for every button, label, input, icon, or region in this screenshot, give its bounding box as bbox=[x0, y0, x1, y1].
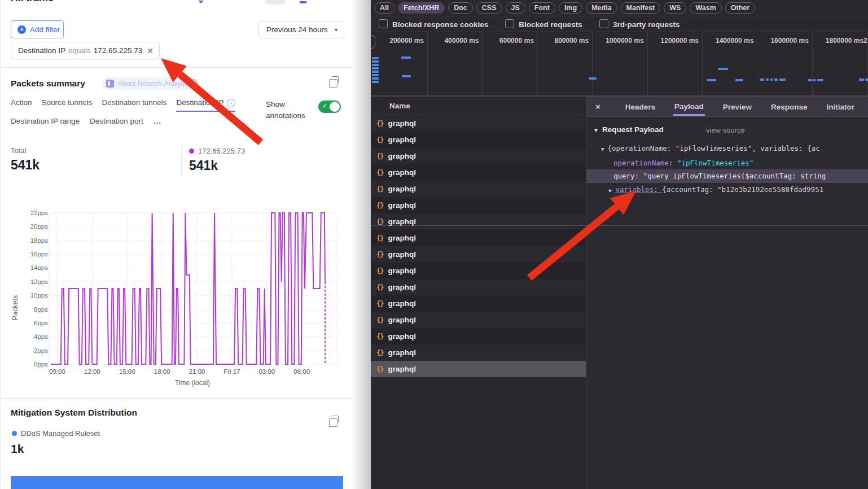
show-annotations-toggle[interactable]: ✓ bbox=[318, 101, 341, 113]
filter-pill-manifest[interactable]: Manifest bbox=[621, 2, 661, 14]
waterfall-request-bar[interactable] bbox=[372, 71, 379, 73]
filter-pill-ws[interactable]: WS bbox=[664, 2, 686, 14]
waterfall-request-bar[interactable] bbox=[589, 77, 597, 80]
tab-destination-ip[interactable]: Destination IP i bbox=[176, 98, 235, 112]
filter-pill-font[interactable]: Font bbox=[529, 2, 555, 14]
waterfall-request-bar[interactable] bbox=[865, 78, 868, 81]
request-filter-checkboxes: Blocked response cookiesBlocked requests… bbox=[371, 16, 868, 32]
waterfall-request-bar[interactable] bbox=[766, 78, 769, 81]
request-row[interactable]: {}graphql bbox=[371, 344, 586, 361]
tab-destination-ip-range[interactable]: Destination IP range bbox=[11, 117, 80, 129]
waterfall-request-bar[interactable] bbox=[735, 79, 743, 81]
waterfall-request-bar[interactable] bbox=[372, 77, 379, 80]
filter-pill-other[interactable]: Other bbox=[725, 2, 755, 14]
waterfall-request-bar[interactable] bbox=[813, 79, 816, 81]
detail-tab-headers[interactable]: Headers bbox=[624, 98, 656, 115]
detail-tab-initiator[interactable]: Initiator bbox=[825, 98, 856, 115]
request-row[interactable]: {}graphql bbox=[371, 279, 586, 295]
waterfall-request-bar[interactable] bbox=[817, 79, 823, 81]
filter-pill-css[interactable]: CSS bbox=[476, 2, 502, 14]
tab-source-tunnels[interactable]: Source tunnels bbox=[42, 98, 93, 112]
detail-tab-response[interactable]: Response bbox=[770, 98, 809, 115]
view-source-link[interactable]: view source bbox=[706, 126, 745, 134]
request-name: graphql bbox=[388, 201, 416, 209]
filter-pill-js[interactable]: JS bbox=[506, 2, 525, 14]
waterfall-request-bar[interactable] bbox=[372, 67, 379, 69]
request-row[interactable]: {}graphql bbox=[371, 181, 586, 197]
svg-text:18:00: 18:00 bbox=[154, 368, 170, 375]
waterfall-request-bar[interactable] bbox=[372, 57, 379, 59]
filter-pill-doc[interactable]: Doc bbox=[448, 2, 473, 14]
add-filter-button[interactable]: + Add filter bbox=[11, 20, 64, 38]
waterfall-request-bar[interactable] bbox=[774, 78, 778, 81]
tab-destination-tunnels[interactable]: Destination tunnels bbox=[102, 98, 167, 112]
close-icon[interactable]: ✕ bbox=[147, 46, 154, 55]
waterfall-request-bar[interactable] bbox=[718, 68, 728, 70]
waterfall-request-bar[interactable] bbox=[760, 78, 764, 81]
copy-panel-icon[interactable] bbox=[329, 79, 337, 88]
ruler-gridline bbox=[702, 32, 703, 95]
waterfall-request-bar[interactable] bbox=[770, 78, 773, 81]
tab-destination-port[interactable]: Destination port bbox=[90, 117, 143, 129]
svg-text:8pps: 8pps bbox=[34, 306, 48, 313]
divider bbox=[1, 67, 353, 68]
filter-pill-media[interactable]: Media bbox=[586, 2, 617, 14]
filter-pill-img[interactable]: Img bbox=[559, 2, 582, 14]
waterfall-request-bar[interactable] bbox=[859, 78, 864, 81]
request-row[interactable]: {}graphql bbox=[371, 230, 586, 246]
detail-tab-payload[interactable]: Payload bbox=[673, 98, 705, 116]
filter-pill-all[interactable]: All bbox=[374, 2, 394, 14]
badge-label: About Network Analytics bbox=[118, 80, 191, 88]
waterfall-request-bar[interactable] bbox=[372, 81, 379, 83]
filter-pill-fetch-xhr[interactable]: Fetch/XHR bbox=[398, 2, 445, 14]
more-tabs-ellipsis[interactable]: ... bbox=[154, 117, 161, 129]
request-payload-header[interactable]: ▼Request Payload bbox=[593, 125, 664, 134]
payload-preview-text: {operationName: "ipFlowTimeseries", vari… bbox=[607, 144, 819, 152]
tab-action[interactable]: Action bbox=[11, 98, 32, 112]
request-row[interactable]: {}graphql bbox=[371, 197, 586, 213]
checkbox-box[interactable] bbox=[599, 19, 608, 28]
filter-pill-wasm[interactable]: Wasm bbox=[690, 2, 721, 14]
waterfall-request-bar[interactable] bbox=[808, 79, 812, 81]
request-name: graphql bbox=[388, 267, 416, 275]
payload-row-query[interactable]: query"query ipFlowTimeseries($accountTag… bbox=[613, 172, 826, 180]
waterfall-request-bar[interactable] bbox=[372, 60, 379, 63]
request-row[interactable]: {}graphql bbox=[371, 361, 586, 377]
request-row[interactable]: {}graphql bbox=[371, 132, 586, 148]
name-column-header[interactable]: Name bbox=[371, 97, 586, 115]
network-overview-timeline[interactable]: 200000 ms400000 ms600000 ms800000 ms1000… bbox=[371, 32, 868, 97]
waterfall-request-bar[interactable] bbox=[401, 56, 411, 59]
time-range-dropdown[interactable]: Previous 24 hours ▾ bbox=[258, 21, 344, 38]
history-clock-icon[interactable] bbox=[188, 78, 198, 89]
waterfall-request-bar[interactable] bbox=[372, 64, 379, 66]
payload-row-variables[interactable]: ▶variables{accountTag: "b12e3b2192ee5588… bbox=[609, 185, 823, 194]
screenshot-root: All traffic + Add filter Previous 24 hou… bbox=[0, 0, 868, 489]
disclosure-triangle-icon: ▼ bbox=[593, 127, 599, 133]
payload-row-operationName[interactable]: operationName"ipFlowTimeseries" bbox=[613, 159, 753, 167]
waterfall-request-bar[interactable] bbox=[779, 78, 786, 81]
request-row[interactable]: {}graphql bbox=[371, 164, 586, 181]
request-row[interactable]: {}graphql bbox=[371, 148, 586, 164]
request-row[interactable]: {}graphql bbox=[371, 312, 586, 328]
detail-tab-preview[interactable]: Preview bbox=[722, 98, 753, 115]
filter-chip[interactable]: Destination IP equals 172.65.225.73 ✕ bbox=[11, 42, 160, 59]
payload-preview-line[interactable]: ▼{operationName: "ipFlowTimeseries", var… bbox=[601, 144, 820, 152]
request-row[interactable]: {}graphql bbox=[371, 328, 586, 344]
about-network-analytics-badge[interactable]: About Network Analytics bbox=[102, 77, 198, 90]
request-row[interactable]: {}graphql bbox=[371, 115, 586, 132]
checkbox-blocked-requests[interactable]: Blocked requests bbox=[505, 19, 582, 29]
checkbox-3rd-party-requests[interactable]: 3rd-party requests bbox=[599, 19, 680, 29]
copy-panel-icon[interactable] bbox=[329, 418, 337, 427]
checkbox-blocked-response-cookies[interactable]: Blocked response cookies bbox=[379, 19, 488, 29]
waterfall-request-bar[interactable] bbox=[402, 75, 411, 77]
close-icon[interactable]: × bbox=[595, 102, 600, 111]
waterfall-request-bar[interactable] bbox=[372, 74, 379, 76]
request-row[interactable]: {}graphql bbox=[371, 295, 586, 312]
request-row[interactable]: {}graphql bbox=[371, 263, 586, 279]
waterfall-request-bar[interactable] bbox=[707, 79, 716, 81]
checkbox-box[interactable] bbox=[379, 19, 388, 28]
checkbox-box[interactable] bbox=[505, 19, 514, 28]
request-row[interactable]: {}graphql bbox=[371, 246, 586, 263]
disclosure-triangle-icon: ▶ bbox=[609, 187, 612, 193]
request-row[interactable]: {}graphql bbox=[371, 213, 586, 230]
